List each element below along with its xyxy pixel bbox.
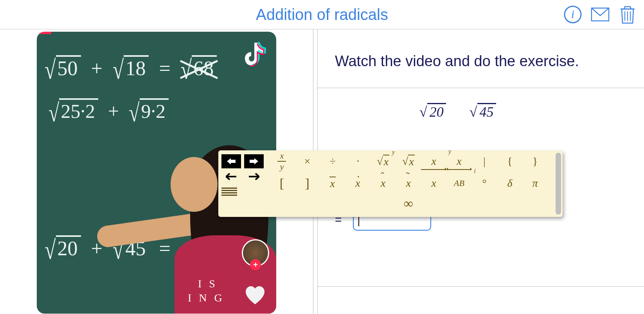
redo-button[interactable]: [244, 154, 264, 168]
instructions-text: Watch the video and do the exercise.: [318, 29, 644, 88]
toolbar-scrollbar[interactable]: [556, 153, 561, 215]
toolbar-nav: [218, 150, 269, 217]
chalk-line-1: √50 + √18 = √68: [45, 55, 217, 80]
mail-icon[interactable]: [591, 5, 610, 24]
follow-plus-icon[interactable]: +: [250, 259, 261, 270]
cursor-right-button[interactable]: [244, 171, 264, 182]
lbrace-button[interactable]: {: [497, 150, 523, 172]
xtilde-button[interactable]: ˜x: [396, 172, 421, 194]
times-button[interactable]: ×: [295, 150, 320, 172]
cdot-button[interactable]: ·: [345, 150, 371, 172]
divider-line-2: [318, 286, 644, 287]
header-icons: i: [563, 5, 637, 24]
xdot-button[interactable]: ·x: [345, 172, 371, 194]
trash-icon[interactable]: [618, 5, 637, 24]
divide-button[interactable]: ÷: [320, 150, 345, 172]
lbracket-button[interactable]: [: [269, 172, 295, 194]
like-icon[interactable]: [244, 285, 266, 307]
fraction-button[interactable]: xy: [269, 150, 295, 172]
xarrow-button[interactable]: x: [421, 172, 446, 194]
infinity-button[interactable]: ∞: [396, 194, 421, 213]
xhat-button[interactable]: ˆx: [371, 172, 396, 194]
cursor-left-button[interactable]: [221, 171, 241, 182]
vector-ab-button[interactable]: AB: [446, 172, 472, 194]
rbracket-button[interactable]: ]: [295, 172, 320, 194]
xbar-button[interactable]: x: [320, 172, 345, 194]
rbrace-button[interactable]: }: [522, 150, 548, 172]
pi-button[interactable]: π: [522, 172, 548, 194]
toolbar-symbols: xy × ÷ · √x y√x xy xi | { } [ ] x ·x ˆx …: [269, 150, 554, 217]
exercise-expression: √20 √45: [419, 104, 496, 120]
pipe-button[interactable]: |: [472, 150, 497, 172]
page-title: Addition of radicals: [256, 6, 388, 23]
tiktok-icon: [244, 40, 268, 69]
degree-button[interactable]: °: [472, 172, 497, 194]
delta-button[interactable]: δ: [497, 172, 523, 194]
header: Addition of radicals i: [0, 0, 644, 29]
svg-text:i: i: [571, 7, 574, 20]
nthroot-button[interactable]: y√x: [396, 150, 421, 172]
menu-icon[interactable]: [221, 186, 266, 197]
info-icon[interactable]: i: [563, 5, 582, 24]
video-progress[interactable]: [37, 32, 51, 34]
math-toolbar: xy × ÷ · √x y√x xy xi | { } [ ] x ·x ˆx …: [218, 150, 563, 217]
undo-button[interactable]: [221, 154, 241, 168]
avatar-icon[interactable]: +: [242, 239, 269, 267]
